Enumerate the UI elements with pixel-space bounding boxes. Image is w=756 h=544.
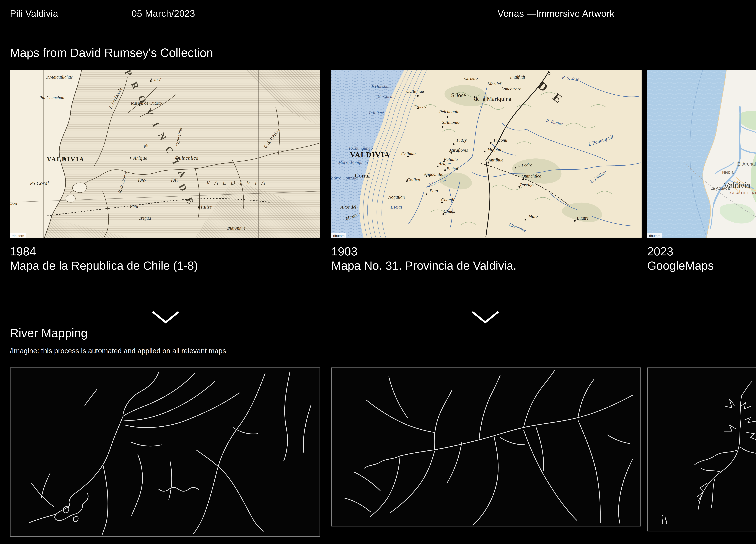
map-label: Miraflores xyxy=(449,148,468,153)
section-subtitle-rivers: /Imagine: this process is automated and … xyxy=(10,347,226,355)
map-label: S.Antonio xyxy=(442,120,459,125)
map-label: Cruces xyxy=(414,104,426,109)
map-label: Calle Calle xyxy=(175,127,183,147)
section-title-maps: Maps from David Rumsey's Collection xyxy=(10,46,213,60)
map-label: lera xyxy=(10,201,17,206)
map-label: I.Tejas xyxy=(391,205,402,210)
map-label: Chilman xyxy=(401,151,417,156)
map-label: P.Maiquillahue xyxy=(46,75,73,80)
map-label: S.Pedro xyxy=(518,163,532,168)
chevron-down-icon xyxy=(471,311,499,324)
map-label: Ulmos xyxy=(443,209,455,214)
caption-1984: 1984 Mapa de la Republica de Chile (1-8) xyxy=(10,245,198,273)
map-label: Pelchuquín xyxy=(439,109,459,114)
map-label: D E xyxy=(536,79,568,108)
map-label: Marilef xyxy=(488,82,501,87)
map-label: Quinchilca xyxy=(175,155,198,161)
header-date: 05 March/2023 xyxy=(132,8,195,19)
map-label: Mulpún xyxy=(487,147,501,152)
caption-title: GoogleMaps xyxy=(647,259,714,273)
map-label: El Arenal xyxy=(737,161,756,167)
river-trace-1984-graphic xyxy=(11,368,320,536)
map-label: Chamil xyxy=(441,197,454,202)
map-label: Puconu xyxy=(494,138,507,143)
map-label: VALDIVIA xyxy=(350,151,390,158)
map-attribution: ributors xyxy=(331,233,346,237)
map-label: Naguilan xyxy=(388,195,405,200)
caption-year: 1903 xyxy=(331,245,516,259)
map-label: Tregua xyxy=(139,216,151,221)
map-label: Antilhue xyxy=(488,158,503,163)
map-label: R. Iñaque xyxy=(546,118,564,127)
map-attribution: tributors xyxy=(10,233,26,237)
map-label: Misión de Cudico xyxy=(131,101,162,106)
map-label: Futronhue xyxy=(227,226,246,231)
map-label: Valdivia xyxy=(724,181,750,190)
map-label: Arique xyxy=(438,161,451,166)
map-label: de la Mariquina xyxy=(474,96,511,102)
map-label: S.José xyxy=(150,77,161,82)
map-label: P R O V I N C I A xyxy=(122,70,189,182)
map-label: La Aguada xyxy=(710,186,730,190)
map-label: DE xyxy=(171,176,178,183)
caption-1903: 1903 Mapa No. 31. Provincia de Valdivia. xyxy=(331,245,516,273)
chevron-down-icon xyxy=(152,311,180,324)
map-label: Quinchilca xyxy=(522,174,541,179)
map-label: R. Leufucade xyxy=(108,87,123,110)
river-trace-1903-graphic xyxy=(332,368,640,526)
map-label: Pidey xyxy=(457,138,467,143)
map-1903-labels: P.HueshueCª CurinP.JulegeP.ChungungoMorr… xyxy=(331,70,642,237)
map-label: Postigo xyxy=(520,182,534,187)
map-label: Futa xyxy=(130,204,138,209)
author-name: Pili Valdivia xyxy=(10,8,58,19)
map-label: Buatre xyxy=(577,216,589,221)
map-label: Morro Gonzalo xyxy=(331,175,357,180)
map-label: Corral xyxy=(355,172,370,178)
map-label: S.José xyxy=(451,92,466,98)
map-label: Cullinhue xyxy=(406,89,424,94)
caption-year: 2023 xyxy=(647,245,714,259)
map-2023-labels: San José de LaMariquinaPelchuquínMáfilMa… xyxy=(647,70,756,237)
map-label: Imulfudi xyxy=(510,75,525,80)
map-label: Mirador xyxy=(345,212,361,221)
map-label: Calle Calle xyxy=(426,176,447,188)
map-label: L.Panguipulli xyxy=(587,133,615,147)
river-trace-2023 xyxy=(647,368,756,531)
map-attribution: ributors xyxy=(647,233,662,237)
map-label: ISLA DEL REY xyxy=(729,191,756,195)
map-label: P.Julege xyxy=(369,111,384,116)
river-trace-1903 xyxy=(331,368,641,526)
caption-title: Mapa de la Republica de Chile (1-8) xyxy=(10,259,198,273)
map-label: Arique xyxy=(133,155,147,161)
map-label: P.Hueshue xyxy=(371,84,390,89)
project-title: Venas —Immersive Artwork xyxy=(498,8,614,19)
map-label: Morro Bonifacio xyxy=(338,160,368,165)
map-label: Altos del xyxy=(341,205,356,210)
map-label: Loncotraro xyxy=(501,87,521,92)
map-label: V A L D I V I A xyxy=(206,179,267,186)
map-label: Dto xyxy=(138,176,146,183)
map-label: Rio xyxy=(143,143,150,149)
map-label: P.Chungungo xyxy=(349,146,373,151)
map-label: Pichoi xyxy=(446,166,458,171)
map-label: R. de Cruces xyxy=(117,171,129,193)
map-label: Futa xyxy=(430,189,438,194)
river-trace-2023-graphic xyxy=(648,368,756,531)
map-image-1903: P.HueshueCª CurinP.JulegeP.ChungungoMorr… xyxy=(331,70,642,237)
map-image-2023: San José de LaMariquinaPelchuquínMáfilMa… xyxy=(647,70,756,237)
page: Pili Valdivia 05 March/2023 Venas —Immer… xyxy=(0,0,756,544)
map-label: Llollelhue xyxy=(508,222,527,233)
map-1984-labels: P.MaiquillahueS.JoséMisión de CudicoPta … xyxy=(10,70,320,237)
map-image-1984: P.MaiquillahueS.JoséMisión de CudicoPta … xyxy=(10,70,320,237)
map-label: P° Coral xyxy=(30,180,49,186)
map-label: Pta Chanchan xyxy=(39,95,64,100)
river-trace-1984 xyxy=(10,368,320,537)
section-title-rivers: River Mapping xyxy=(10,326,88,340)
map-label: L. Riñihue xyxy=(589,170,607,184)
caption-year: 1984 xyxy=(10,245,198,259)
map-label: Ciruelo xyxy=(464,76,478,81)
map-label: D E xyxy=(176,182,197,209)
map-label: Malo xyxy=(528,214,538,219)
caption-title: Mapa No. 31. Provincia de Valdivia. xyxy=(331,259,516,273)
map-label: Collico xyxy=(407,177,420,182)
